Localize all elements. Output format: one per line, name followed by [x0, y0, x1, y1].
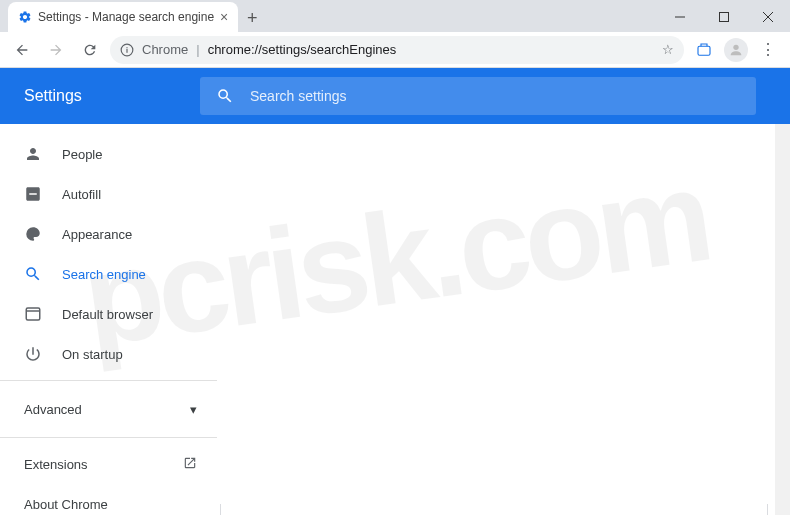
divider [0, 437, 217, 438]
chevron-down-icon: ▾ [190, 402, 197, 417]
info-icon [120, 43, 134, 57]
sidebar-label: On startup [62, 347, 123, 362]
sidebar-item-appearance[interactable]: Appearance [0, 214, 217, 254]
browser-tab[interactable]: Settings - Manage search engine × [8, 2, 238, 32]
search-settings-box[interactable] [200, 77, 756, 115]
reload-button[interactable] [76, 36, 104, 64]
minimize-button[interactable] [658, 2, 702, 32]
sidebar-item-people[interactable]: People [0, 134, 217, 174]
sidebar-label: Autofill [62, 187, 101, 202]
advanced-label: Advanced [24, 402, 82, 417]
titlebar: Settings - Manage search engine × + [0, 0, 790, 32]
divider [0, 380, 217, 381]
about-label: About Chrome [24, 497, 108, 512]
search-input[interactable] [250, 88, 740, 104]
gear-icon [18, 10, 32, 24]
url-host: Chrome [142, 42, 188, 57]
sidebar-item-on-startup[interactable]: On startup [0, 334, 217, 374]
svg-rect-7 [698, 46, 710, 55]
sidebar-item-autofill[interactable]: Autofill [0, 174, 217, 214]
sidebar-label: Search engine [62, 267, 146, 282]
sidebar-label: Appearance [62, 227, 132, 242]
external-link-icon [183, 456, 197, 473]
close-icon[interactable]: × [220, 10, 228, 24]
url-path: chrome://settings/searchEngines [208, 42, 397, 57]
close-window-button[interactable] [746, 2, 790, 32]
autofill-icon [24, 185, 42, 203]
search-icon [24, 265, 42, 283]
palette-icon [24, 225, 42, 243]
sidebar-extensions[interactable]: Extensions [0, 444, 217, 484]
svg-rect-1 [720, 13, 729, 22]
omnibox[interactable]: Chrome | chrome://settings/searchEngines… [110, 36, 684, 64]
sidebar-item-default-browser[interactable]: Default browser [0, 294, 217, 334]
maximize-button[interactable] [702, 2, 746, 32]
star-icon[interactable]: ☆ [662, 42, 674, 57]
search-icon [216, 87, 234, 105]
toolbar: Chrome | chrome://settings/searchEngines… [0, 32, 790, 68]
new-tab-button[interactable]: + [238, 4, 266, 32]
svg-point-8 [733, 44, 738, 49]
back-button[interactable] [8, 36, 36, 64]
menu-icon[interactable]: ⋮ [754, 36, 782, 64]
settings-header: Settings [0, 68, 790, 124]
sidebar-advanced[interactable]: Advanced▾ [0, 387, 217, 431]
extension-icon[interactable] [690, 36, 718, 64]
page-title: Settings [24, 87, 200, 105]
default-engines-card: Default search engines Search engine Key… [220, 504, 768, 515]
browser-icon [24, 305, 42, 323]
content: Default search engines Search engine Key… [218, 124, 790, 515]
forward-button[interactable] [42, 36, 70, 64]
person-icon [24, 145, 42, 163]
svg-rect-9 [26, 308, 40, 320]
sidebar-label: People [62, 147, 102, 162]
sidebar-item-search-engine[interactable]: Search engine [0, 254, 217, 294]
sidebar-about[interactable]: About Chrome [0, 484, 217, 515]
tab-title: Settings - Manage search engine [38, 10, 214, 24]
power-icon [24, 345, 42, 363]
extensions-label: Extensions [24, 457, 88, 472]
sidebar: People Autofill Appearance Search engine… [0, 124, 218, 515]
sidebar-label: Default browser [62, 307, 153, 322]
avatar[interactable] [724, 38, 748, 62]
